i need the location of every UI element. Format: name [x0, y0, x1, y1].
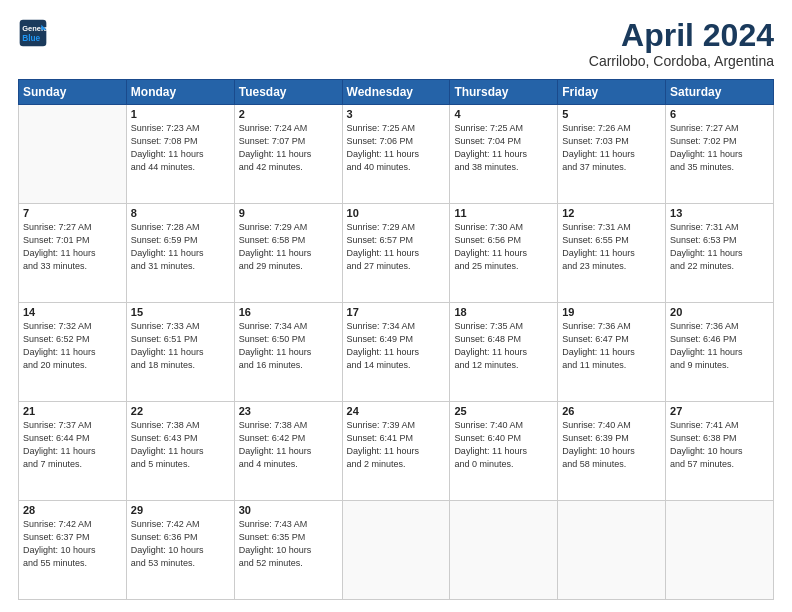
- day-info: Sunrise: 7:27 AM Sunset: 7:02 PM Dayligh…: [670, 122, 769, 174]
- table-row: 15Sunrise: 7:33 AM Sunset: 6:51 PM Dayli…: [126, 303, 234, 402]
- day-number: 15: [131, 306, 230, 318]
- day-info: Sunrise: 7:38 AM Sunset: 6:42 PM Dayligh…: [239, 419, 338, 471]
- col-wednesday: Wednesday: [342, 80, 450, 105]
- day-number: 26: [562, 405, 661, 417]
- day-number: 13: [670, 207, 769, 219]
- day-number: 9: [239, 207, 338, 219]
- day-info: Sunrise: 7:34 AM Sunset: 6:49 PM Dayligh…: [347, 320, 446, 372]
- day-number: 29: [131, 504, 230, 516]
- day-number: 28: [23, 504, 122, 516]
- table-row: 22Sunrise: 7:38 AM Sunset: 6:43 PM Dayli…: [126, 402, 234, 501]
- header: General Blue April 2024 Carrilobo, Cordo…: [18, 18, 774, 69]
- day-number: 25: [454, 405, 553, 417]
- day-info: Sunrise: 7:37 AM Sunset: 6:44 PM Dayligh…: [23, 419, 122, 471]
- day-info: Sunrise: 7:42 AM Sunset: 6:36 PM Dayligh…: [131, 518, 230, 570]
- table-row: 8Sunrise: 7:28 AM Sunset: 6:59 PM Daylig…: [126, 204, 234, 303]
- table-row: 25Sunrise: 7:40 AM Sunset: 6:40 PM Dayli…: [450, 402, 558, 501]
- day-number: 12: [562, 207, 661, 219]
- calendar-table: Sunday Monday Tuesday Wednesday Thursday…: [18, 79, 774, 600]
- day-info: Sunrise: 7:30 AM Sunset: 6:56 PM Dayligh…: [454, 221, 553, 273]
- col-friday: Friday: [558, 80, 666, 105]
- day-info: Sunrise: 7:24 AM Sunset: 7:07 PM Dayligh…: [239, 122, 338, 174]
- table-row: 30Sunrise: 7:43 AM Sunset: 6:35 PM Dayli…: [234, 501, 342, 600]
- table-row: 18Sunrise: 7:35 AM Sunset: 6:48 PM Dayli…: [450, 303, 558, 402]
- day-number: 11: [454, 207, 553, 219]
- day-info: Sunrise: 7:26 AM Sunset: 7:03 PM Dayligh…: [562, 122, 661, 174]
- day-info: Sunrise: 7:34 AM Sunset: 6:50 PM Dayligh…: [239, 320, 338, 372]
- table-row: 19Sunrise: 7:36 AM Sunset: 6:47 PM Dayli…: [558, 303, 666, 402]
- day-number: 5: [562, 108, 661, 120]
- table-row: 13Sunrise: 7:31 AM Sunset: 6:53 PM Dayli…: [666, 204, 774, 303]
- day-number: 27: [670, 405, 769, 417]
- table-row: 20Sunrise: 7:36 AM Sunset: 6:46 PM Dayli…: [666, 303, 774, 402]
- calendar-week-row: 1Sunrise: 7:23 AM Sunset: 7:08 PM Daylig…: [19, 105, 774, 204]
- svg-text:Blue: Blue: [22, 33, 40, 43]
- page: General Blue April 2024 Carrilobo, Cordo…: [0, 0, 792, 612]
- col-tuesday: Tuesday: [234, 80, 342, 105]
- table-row: 11Sunrise: 7:30 AM Sunset: 6:56 PM Dayli…: [450, 204, 558, 303]
- day-info: Sunrise: 7:39 AM Sunset: 6:41 PM Dayligh…: [347, 419, 446, 471]
- table-row: 23Sunrise: 7:38 AM Sunset: 6:42 PM Dayli…: [234, 402, 342, 501]
- table-row: 24Sunrise: 7:39 AM Sunset: 6:41 PM Dayli…: [342, 402, 450, 501]
- table-row: 6Sunrise: 7:27 AM Sunset: 7:02 PM Daylig…: [666, 105, 774, 204]
- day-number: 23: [239, 405, 338, 417]
- table-row: 28Sunrise: 7:42 AM Sunset: 6:37 PM Dayli…: [19, 501, 127, 600]
- table-row: 29Sunrise: 7:42 AM Sunset: 6:36 PM Dayli…: [126, 501, 234, 600]
- day-info: Sunrise: 7:43 AM Sunset: 6:35 PM Dayligh…: [239, 518, 338, 570]
- day-number: 24: [347, 405, 446, 417]
- calendar-week-row: 7Sunrise: 7:27 AM Sunset: 7:01 PM Daylig…: [19, 204, 774, 303]
- table-row: 3Sunrise: 7:25 AM Sunset: 7:06 PM Daylig…: [342, 105, 450, 204]
- day-info: Sunrise: 7:33 AM Sunset: 6:51 PM Dayligh…: [131, 320, 230, 372]
- table-row: 14Sunrise: 7:32 AM Sunset: 6:52 PM Dayli…: [19, 303, 127, 402]
- day-info: Sunrise: 7:41 AM Sunset: 6:38 PM Dayligh…: [670, 419, 769, 471]
- table-row: 9Sunrise: 7:29 AM Sunset: 6:58 PM Daylig…: [234, 204, 342, 303]
- day-info: Sunrise: 7:25 AM Sunset: 7:04 PM Dayligh…: [454, 122, 553, 174]
- day-info: Sunrise: 7:29 AM Sunset: 6:57 PM Dayligh…: [347, 221, 446, 273]
- col-monday: Monday: [126, 80, 234, 105]
- table-row: 17Sunrise: 7:34 AM Sunset: 6:49 PM Dayli…: [342, 303, 450, 402]
- day-number: 14: [23, 306, 122, 318]
- title-block: April 2024 Carrilobo, Cordoba, Argentina: [589, 18, 774, 69]
- logo: General Blue: [18, 18, 48, 48]
- table-row: 10Sunrise: 7:29 AM Sunset: 6:57 PM Dayli…: [342, 204, 450, 303]
- main-title: April 2024: [589, 18, 774, 53]
- subtitle: Carrilobo, Cordoba, Argentina: [589, 53, 774, 69]
- day-info: Sunrise: 7:35 AM Sunset: 6:48 PM Dayligh…: [454, 320, 553, 372]
- table-row: 2Sunrise: 7:24 AM Sunset: 7:07 PM Daylig…: [234, 105, 342, 204]
- day-number: 8: [131, 207, 230, 219]
- day-number: 2: [239, 108, 338, 120]
- day-info: Sunrise: 7:29 AM Sunset: 6:58 PM Dayligh…: [239, 221, 338, 273]
- table-row: [558, 501, 666, 600]
- table-row: 5Sunrise: 7:26 AM Sunset: 7:03 PM Daylig…: [558, 105, 666, 204]
- col-sunday: Sunday: [19, 80, 127, 105]
- table-row: 27Sunrise: 7:41 AM Sunset: 6:38 PM Dayli…: [666, 402, 774, 501]
- day-info: Sunrise: 7:40 AM Sunset: 6:39 PM Dayligh…: [562, 419, 661, 471]
- day-info: Sunrise: 7:25 AM Sunset: 7:06 PM Dayligh…: [347, 122, 446, 174]
- day-number: 16: [239, 306, 338, 318]
- table-row: 21Sunrise: 7:37 AM Sunset: 6:44 PM Dayli…: [19, 402, 127, 501]
- table-row: [450, 501, 558, 600]
- table-row: 1Sunrise: 7:23 AM Sunset: 7:08 PM Daylig…: [126, 105, 234, 204]
- day-info: Sunrise: 7:28 AM Sunset: 6:59 PM Dayligh…: [131, 221, 230, 273]
- table-row: [666, 501, 774, 600]
- day-info: Sunrise: 7:31 AM Sunset: 6:55 PM Dayligh…: [562, 221, 661, 273]
- day-info: Sunrise: 7:38 AM Sunset: 6:43 PM Dayligh…: [131, 419, 230, 471]
- col-saturday: Saturday: [666, 80, 774, 105]
- calendar-week-row: 21Sunrise: 7:37 AM Sunset: 6:44 PM Dayli…: [19, 402, 774, 501]
- day-number: 4: [454, 108, 553, 120]
- day-number: 22: [131, 405, 230, 417]
- table-row: [342, 501, 450, 600]
- table-row: 16Sunrise: 7:34 AM Sunset: 6:50 PM Dayli…: [234, 303, 342, 402]
- day-number: 10: [347, 207, 446, 219]
- col-thursday: Thursday: [450, 80, 558, 105]
- day-info: Sunrise: 7:31 AM Sunset: 6:53 PM Dayligh…: [670, 221, 769, 273]
- table-row: 26Sunrise: 7:40 AM Sunset: 6:39 PM Dayli…: [558, 402, 666, 501]
- day-number: 19: [562, 306, 661, 318]
- day-info: Sunrise: 7:42 AM Sunset: 6:37 PM Dayligh…: [23, 518, 122, 570]
- day-info: Sunrise: 7:36 AM Sunset: 6:47 PM Dayligh…: [562, 320, 661, 372]
- logo-icon: General Blue: [18, 18, 48, 48]
- table-row: [19, 105, 127, 204]
- table-row: 12Sunrise: 7:31 AM Sunset: 6:55 PM Dayli…: [558, 204, 666, 303]
- day-number: 17: [347, 306, 446, 318]
- day-number: 6: [670, 108, 769, 120]
